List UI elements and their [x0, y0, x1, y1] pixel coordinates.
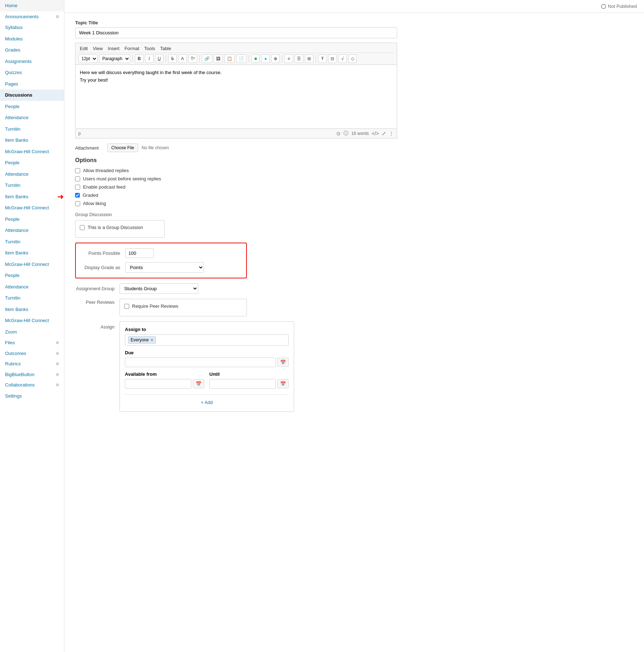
menu-tools[interactable]: Tools: [144, 46, 155, 51]
sidebar-item-people-2[interactable]: People: [0, 157, 64, 169]
sidebar-item-collaborations[interactable]: Collaborations: [5, 381, 54, 389]
info-icon[interactable]: ⓘ: [343, 130, 348, 137]
allow-liking-row: Allow liking: [75, 201, 397, 206]
sidebar-item-attendance-2[interactable]: Attendance: [0, 169, 64, 180]
everyone-tag-remove[interactable]: ✕: [150, 338, 153, 342]
until-calendar-button[interactable]: 📅: [277, 379, 289, 388]
sidebar-item-assignments[interactable]: Assignments: [0, 56, 64, 67]
embed-button[interactable]: 📋: [224, 54, 235, 63]
image-button[interactable]: 🖼: [214, 54, 223, 63]
sidebar-item-grades[interactable]: Grades: [0, 44, 64, 56]
sidebar-item-outcomes[interactable]: Outcomes: [5, 350, 54, 357]
sidebar-item-files[interactable]: Files: [5, 339, 54, 346]
underline-button[interactable]: U: [155, 54, 164, 63]
due-date-input[interactable]: [125, 357, 276, 367]
users-must-post-row: Users must post before seeing replies: [75, 176, 397, 181]
assignment-group-select[interactable]: Students Group: [119, 283, 198, 294]
menu-table[interactable]: Table: [160, 46, 171, 51]
accessibility-icon[interactable]: ⊙: [336, 131, 341, 136]
expand-icon[interactable]: ⤢: [382, 131, 386, 136]
format-btn-2[interactable]: ●: [261, 54, 270, 63]
sidebar-item-item-banks-1[interactable]: Item Banks: [0, 135, 64, 146]
text-color-button[interactable]: A: [178, 54, 187, 63]
sidebar-item-settings[interactable]: Settings: [0, 390, 64, 402]
editor-footer-right: ⊙ ⓘ 16 words </> ⤢ ⋮: [336, 130, 394, 137]
sidebar-item-people-1[interactable]: People: [0, 101, 64, 112]
sidebar-item-item-banks-2[interactable]: Item Banks: [0, 191, 64, 203]
sidebar-item-mcgraw-2[interactable]: McGraw-Hill Connect: [0, 202, 64, 214]
format-btn-3[interactable]: ⊕: [271, 54, 280, 63]
available-from-input[interactable]: [125, 379, 191, 389]
points-possible-input[interactable]: [125, 248, 154, 258]
align-button[interactable]: ≡: [284, 54, 293, 63]
more-icon[interactable]: ⋮: [389, 131, 394, 136]
podcast-checkbox[interactable]: [75, 185, 80, 190]
toolbar-divider-4: [249, 55, 249, 62]
font-size-select[interactable]: 12pt 10pt 14pt: [78, 54, 98, 63]
misc-button[interactable]: ◇: [348, 54, 357, 63]
sidebar-item-turnitin-2[interactable]: Turnitin: [0, 180, 64, 191]
sidebar-item-announcements[interactable]: Announcements: [5, 13, 54, 20]
bold-button[interactable]: B: [135, 54, 143, 63]
code-view-icon[interactable]: </>: [372, 131, 379, 136]
menu-insert[interactable]: Insert: [108, 46, 119, 51]
allow-threaded-checkbox[interactable]: [75, 168, 80, 173]
display-grade-label: Display Grade as: [81, 265, 120, 270]
sidebar-item-turnitin-4[interactable]: Turnitin: [0, 292, 64, 304]
paragraph-select[interactable]: Paragraph Heading 1 Heading 2: [99, 54, 130, 63]
sidebar-item-item-banks-3[interactable]: Item Banks: [0, 247, 64, 259]
until-col: Until 📅: [209, 371, 289, 393]
editor-area[interactable]: Here we will discuss everything taught i…: [75, 64, 397, 129]
topic-title-input[interactable]: [75, 27, 397, 38]
sqrt-button[interactable]: √: [338, 54, 347, 63]
graded-checkbox[interactable]: [75, 193, 80, 198]
link-button[interactable]: 🔗: [202, 54, 212, 63]
sidebar-item-people-3[interactable]: People: [0, 214, 64, 225]
add-button[interactable]: + Add: [198, 398, 216, 407]
sidebar-item-turnitin-3[interactable]: Turnitin: [0, 236, 64, 248]
sidebar-item-turnitin-1[interactable]: Turnitin: [0, 123, 64, 135]
available-from-calendar-button[interactable]: 📅: [193, 379, 204, 388]
sidebar-item-attendance-1[interactable]: Attendance: [0, 112, 64, 123]
strikeout-button[interactable]: Ŧ: [318, 54, 327, 63]
sidebar-item-modules[interactable]: Modules: [0, 33, 64, 45]
sidebar-item-people-4[interactable]: People: [0, 270, 64, 281]
italic-button[interactable]: I: [145, 54, 153, 63]
format-btn-1[interactable]: ■: [251, 54, 260, 63]
sidebar-item-mcgraw-1[interactable]: McGraw-Hill Connect: [0, 146, 64, 157]
sidebar-item-item-banks-4[interactable]: Item Banks: [0, 304, 64, 315]
sidebar-item-quizzes[interactable]: Quizzes: [0, 67, 64, 78]
table-button[interactable]: ⊟: [328, 54, 337, 63]
menu-edit[interactable]: Edit: [80, 46, 88, 51]
group-discussion-checkbox[interactable]: [80, 225, 85, 230]
attachment-label: Attachment: [75, 145, 104, 151]
sidebar-item-zoom[interactable]: Zoom: [0, 326, 64, 338]
allow-liking-checkbox[interactable]: [75, 201, 80, 206]
indent-button[interactable]: ⊞: [305, 54, 313, 63]
assign-to-field[interactable]: Everyone ✕: [125, 334, 289, 346]
users-must-post-checkbox[interactable]: [75, 176, 80, 181]
sidebar: Home Announcements ⊘ Syllabus Modules Gr…: [0, 0, 64, 652]
document-button[interactable]: 📄: [236, 54, 247, 63]
superscript-button[interactable]: T²: [188, 54, 197, 63]
add-button-row: + Add: [125, 394, 289, 407]
sidebar-item-mcgraw-3[interactable]: McGraw-Hill Connect: [0, 259, 64, 270]
due-date-calendar-button[interactable]: 📅: [277, 358, 289, 367]
menu-view[interactable]: View: [93, 46, 103, 51]
until-input[interactable]: [209, 379, 276, 389]
sidebar-item-discussions[interactable]: Discussions: [0, 89, 64, 101]
sidebar-item-syllabus[interactable]: Syllabus: [0, 22, 64, 33]
display-grade-select[interactable]: Points Percentage Complete/Incomplete Le…: [125, 262, 204, 273]
strikethrough-button[interactable]: S̶: [168, 54, 177, 63]
sidebar-item-pages[interactable]: Pages: [0, 78, 64, 90]
choose-file-button[interactable]: Choose File: [107, 143, 138, 152]
list-button[interactable]: ☰: [294, 54, 303, 63]
sidebar-item-mcgraw-4[interactable]: McGraw-Hill Connect: [0, 315, 64, 326]
sidebar-item-rubrics[interactable]: Rubrics: [5, 360, 54, 368]
require-peer-review-checkbox[interactable]: [124, 304, 129, 309]
menu-format[interactable]: Format: [125, 46, 139, 51]
sidebar-item-bigbluebutton[interactable]: BigBlueButton: [5, 371, 54, 378]
sidebar-item-attendance-3[interactable]: Attendance: [0, 225, 64, 236]
sidebar-item-attendance-4[interactable]: Attendance: [0, 281, 64, 293]
sidebar-item-home[interactable]: Home: [0, 0, 64, 11]
